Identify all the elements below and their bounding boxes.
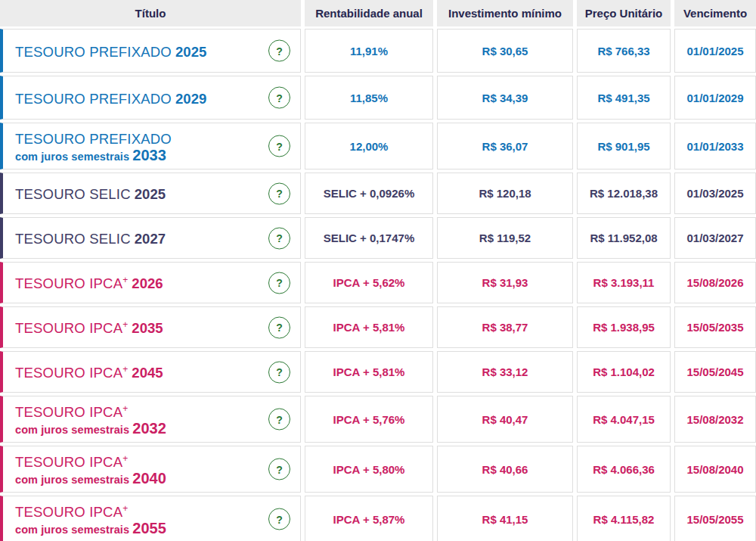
- bond-title-cell: TESOURO PREFIXADO 2029 ?: [0, 76, 301, 120]
- unit-price-cell: R$ 4.066,36: [577, 446, 671, 493]
- table-row[interactable]: TESOURO IPCA+ 2045 ? IPCA + 5,81% R$ 33,…: [0, 351, 756, 393]
- bond-name: TESOURO PREFIXADO: [15, 91, 172, 107]
- bond-year-line2: 2033: [132, 147, 166, 163]
- maturity-cell: 01/03/2027: [674, 217, 756, 259]
- bond-plus-superscript: +: [122, 319, 128, 330]
- annual-return-cell: IPCA + 5,87%: [305, 496, 433, 541]
- maturity-cell: 01/01/2029: [674, 76, 756, 120]
- bond-title-cell: TESOURO IPCA+ com juros semestrais 2032 …: [0, 396, 301, 443]
- bond-name: TESOURO PREFIXADO: [15, 131, 172, 147]
- header-vencimento: Vencimento: [674, 0, 756, 26]
- min-investment-cell: R$ 30,65: [437, 29, 573, 73]
- annual-return-cell: 11,85%: [305, 76, 433, 120]
- min-investment-cell: R$ 40,47: [437, 396, 573, 443]
- table-row[interactable]: TESOURO IPCA+ com juros semestrais 2040 …: [0, 446, 756, 493]
- annual-return-cell: 12,00%: [305, 123, 433, 169]
- header-rentabilidade: Rentabilidade anual: [305, 0, 433, 26]
- annual-return-cell: IPCA + 5,80%: [305, 446, 433, 493]
- bond-name: TESOURO IPCA: [15, 404, 122, 420]
- bond-year: 2035: [128, 320, 163, 336]
- bond-title: TESOURO IPCA+ 2045: [15, 362, 163, 381]
- bond-plus-superscript: +: [122, 275, 128, 285]
- bond-subtitle: com juros semestrais: [15, 524, 129, 536]
- help-icon[interactable]: ?: [268, 508, 290, 530]
- unit-price-cell: R$ 1.104,02: [577, 351, 671, 393]
- min-investment-cell: R$ 40,66: [437, 446, 573, 493]
- help-icon[interactable]: ?: [268, 182, 290, 204]
- bond-title: TESOURO IPCA+ 2026: [15, 273, 163, 292]
- table-row[interactable]: TESOURO PREFIXADO 2025 ? 11,91% R$ 30,65…: [0, 29, 756, 73]
- table-row[interactable]: TESOURO IPCA+ 2035 ? IPCA + 5,81% R$ 38,…: [0, 306, 756, 348]
- bond-year-line2: 2040: [132, 470, 166, 487]
- maturity-cell: 01/03/2025: [674, 173, 756, 214]
- maturity-cell: 15/05/2045: [674, 351, 756, 393]
- table-row[interactable]: TESOURO IPCA+ com juros semestrais 2032 …: [0, 396, 756, 443]
- bond-name: TESOURO SELIC: [15, 186, 131, 202]
- bond-name: TESOURO SELIC: [15, 231, 131, 247]
- min-investment-cell: R$ 119,52: [437, 217, 573, 259]
- help-icon[interactable]: ?: [268, 459, 290, 480]
- bond-subtitle: com juros semestrais: [15, 424, 129, 436]
- maturity-cell: 15/05/2035: [674, 306, 756, 348]
- bond-title-cell: TESOURO SELIC 2025 ?: [0, 173, 301, 214]
- bond-subtitle: com juros semestrais: [15, 151, 129, 163]
- annual-return-cell: IPCA + 5,62%: [305, 262, 433, 303]
- bond-title: TESOURO PREFIXADO 2029: [15, 89, 206, 107]
- unit-price-cell: R$ 491,35: [577, 76, 671, 120]
- unit-price-cell: R$ 4.047,15: [577, 396, 671, 443]
- table-header-row: Título Rentabilidade anual Investimento …: [0, 0, 756, 26]
- min-investment-cell: R$ 34,39: [437, 76, 573, 120]
- unit-price-cell: R$ 766,33: [577, 29, 671, 73]
- annual-return-cell: IPCA + 5,81%: [305, 351, 433, 393]
- help-icon[interactable]: ?: [268, 227, 290, 249]
- bond-name: TESOURO PREFIXADO: [15, 44, 172, 60]
- unit-price-cell: R$ 11.952,08: [577, 217, 671, 259]
- maturity-cell: 15/08/2032: [674, 396, 756, 443]
- help-icon[interactable]: ?: [268, 316, 290, 338]
- bond-title: TESOURO IPCA+ com juros semestrais 2032: [15, 402, 166, 437]
- bond-title: TESOURO IPCA+ 2035: [15, 318, 163, 337]
- bond-title-cell: TESOURO IPCA+ 2026 ?: [0, 262, 301, 303]
- bond-year: 2025: [131, 186, 166, 202]
- annual-return-cell: SELIC + 0,1747%: [305, 217, 433, 259]
- help-icon[interactable]: ?: [268, 40, 290, 62]
- min-investment-cell: R$ 31,93: [437, 262, 573, 303]
- annual-return-cell: 11,91%: [305, 29, 433, 73]
- annual-return-cell: IPCA + 5,81%: [305, 306, 433, 348]
- maturity-cell: 01/01/2025: [674, 29, 756, 73]
- bond-name: TESOURO IPCA: [15, 454, 122, 470]
- min-investment-cell: R$ 38,77: [437, 306, 573, 348]
- min-investment-cell: R$ 120,18: [437, 173, 573, 214]
- annual-return-cell: IPCA + 5,76%: [305, 396, 433, 443]
- bond-plus-superscript: +: [122, 503, 128, 514]
- table-row[interactable]: TESOURO SELIC 2027 ? SELIC + 0,1747% R$ …: [0, 217, 756, 259]
- bond-title: TESOURO IPCA+ com juros semestrais 2055: [15, 502, 166, 537]
- table-body: TESOURO PREFIXADO 2025 ? 11,91% R$ 30,65…: [0, 29, 756, 541]
- bond-title: TESOURO PREFIXADO 2025: [15, 42, 206, 61]
- bond-year-line2: 2032: [132, 420, 166, 437]
- help-icon[interactable]: ?: [268, 272, 290, 294]
- bond-year: 2029: [172, 91, 206, 107]
- bond-title-cell: TESOURO IPCA+ 2035 ?: [0, 306, 301, 348]
- bond-title: TESOURO IPCA+ com juros semestrais 2040: [15, 452, 166, 487]
- bond-table: Título Rentabilidade anual Investimento …: [0, 0, 756, 541]
- table-row[interactable]: TESOURO PREFIXADO 2029 ? 11,85% R$ 34,39…: [0, 76, 756, 120]
- help-icon[interactable]: ?: [268, 135, 290, 157]
- table-row[interactable]: TESOURO IPCA+ 2026 ? IPCA + 5,62% R$ 31,…: [0, 262, 756, 303]
- help-icon[interactable]: ?: [268, 361, 290, 383]
- unit-price-cell: R$ 901,95: [577, 123, 671, 169]
- header-preco: Preço Unitário: [577, 0, 671, 26]
- help-icon[interactable]: ?: [268, 87, 290, 109]
- bond-title-cell: TESOURO PREFIXADO 2025 ?: [0, 29, 301, 73]
- header-investimento: Investimento mínimo: [437, 0, 573, 26]
- bond-name: TESOURO IPCA: [15, 365, 122, 381]
- help-icon[interactable]: ?: [268, 409, 290, 431]
- unit-price-cell: R$ 3.193,11: [577, 262, 671, 303]
- table-row[interactable]: TESOURO PREFIXADO com juros semestrais 2…: [0, 123, 756, 169]
- unit-price-cell: R$ 12.018,38: [577, 173, 671, 214]
- bond-name: TESOURO IPCA: [15, 320, 122, 336]
- unit-price-cell: R$ 1.938,95: [577, 306, 671, 348]
- table-row[interactable]: TESOURO SELIC 2025 ? SELIC + 0,0926% R$ …: [0, 173, 756, 214]
- maturity-cell: 15/08/2040: [674, 446, 756, 493]
- table-row[interactable]: TESOURO IPCA+ com juros semestrais 2055 …: [0, 496, 756, 541]
